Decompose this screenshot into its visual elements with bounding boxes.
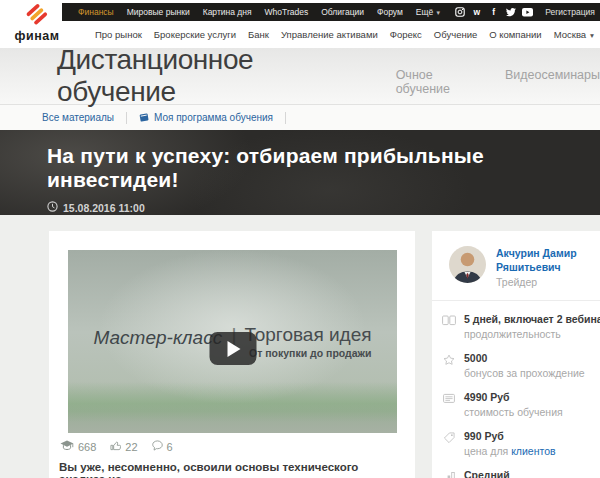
course-title: На пути к успеху: отбираем прибыльные ин… [47, 144, 600, 192]
star-icon [441, 352, 456, 379]
link-all-materials[interactable]: Все материалы [42, 112, 114, 123]
chevron-down-icon: ▼ [435, 10, 441, 16]
course-datetime: 15.08.2016 11:00 [47, 201, 600, 214]
stat-bonus: 5000 бонусов за прохождение [441, 352, 596, 379]
main-nav-brokerskie-uslugi[interactable]: Брокерские услуги [154, 29, 236, 40]
thumbs-up-icon [110, 440, 121, 453]
link-videoseminary[interactable]: Видеосеминары [505, 68, 600, 96]
author-name-link[interactable]: Акчурин Дамир Ряшитьевич [496, 246, 592, 274]
comments-button[interactable]: 6 [152, 440, 173, 453]
main-nav-upravlenie-aktivami[interactable]: Управление активами [281, 29, 378, 40]
header: финам Финансы Мировые рынки Картина дня … [0, 0, 600, 48]
link-ochnoe-obuchenie[interactable]: Очное обучение [396, 68, 487, 96]
main-nav-bar: Про рынок Брокерские услуги Банк Управле… [62, 21, 600, 48]
city-selector[interactable]: Москва ▼ [554, 29, 596, 40]
main-nav-foreks[interactable]: Форекс [390, 29, 422, 40]
likes-button[interactable]: 22 [110, 440, 137, 453]
divider [285, 112, 286, 124]
views-stat: 668 [60, 440, 96, 453]
page-title: Дистанционное обучение [57, 44, 374, 108]
course-info-card: Акчурин Дамир Ряшитьевич Трейдер 5 дней,… [432, 231, 600, 478]
clock-icon [47, 201, 58, 214]
subnav-bar: Все материалы Моя программа обучения [0, 105, 600, 130]
play-icon [228, 341, 241, 357]
link-my-program[interactable]: Моя программа обучения [139, 112, 273, 124]
avatar[interactable] [449, 246, 486, 283]
video-stats: 668 22 6 [60, 440, 173, 453]
top-nav-finansy[interactable]: Финансы [78, 7, 114, 17]
finam-logo-icon [25, 13, 50, 30]
course-banner: На пути к успеху: отбираем прибыльные ин… [0, 130, 600, 215]
graduation-cap-icon [60, 440, 74, 453]
book-icon [139, 112, 149, 124]
facebook-icon[interactable]: f [488, 7, 499, 17]
stat-level: Средний уровень [441, 469, 596, 478]
play-button[interactable] [209, 332, 256, 365]
top-social-group: w f Регистрация [454, 7, 595, 17]
clients-link[interactable]: клиентов [511, 445, 555, 457]
divider [126, 112, 127, 124]
comment-icon [152, 440, 163, 453]
video-player[interactable]: Мастер-класс | Торговая идея От покупки … [68, 250, 397, 433]
top-nav-mirovye-rynki[interactable]: Мировые рынки [127, 7, 190, 17]
author-role: Трейдер [496, 276, 592, 288]
top-nav-obligacii[interactable]: Облигации [321, 7, 364, 17]
chevron-down-icon: ▼ [589, 32, 595, 39]
article-intro-text: Вы уже, несомненно, освоили основы техни… [59, 461, 405, 478]
main-nav-bank[interactable]: Банк [248, 29, 269, 40]
top-nav-bar: Финансы Мировые рынки Картина дня WhoTra… [62, 3, 600, 21]
tag-icon [441, 430, 456, 457]
main-nav-obuchenie[interactable]: Обучение [434, 29, 477, 40]
main-nav-o-kompanii[interactable]: О компании [489, 29, 541, 40]
content-area: Мастер-класс | Торговая идея От покупки … [0, 215, 600, 478]
video-caption-left: Мастер-класс [93, 327, 222, 349]
article-card: Мастер-класс | Торговая идея От покупки … [49, 231, 415, 478]
top-nav-whotrades[interactable]: WhoTrades [265, 7, 309, 17]
author-block: Акчурин Дамир Ряшитьевич Трейдер [432, 231, 600, 288]
instagram-icon[interactable] [454, 7, 465, 17]
stat-price: 4990 Руб стоимость обучения [441, 391, 596, 418]
top-nav-kartina-dnya[interactable]: Картина дня [203, 7, 252, 17]
main-nav-pro-rynok[interactable]: Про рынок [95, 29, 142, 40]
course-stats: 5 дней, включает 2 вебинара продолжитель… [432, 301, 600, 478]
calendar-icon [441, 313, 456, 340]
youtube-icon[interactable] [522, 7, 533, 17]
page-title-band: Дистанционное обучение Очное обучение Ви… [0, 48, 600, 105]
finam-logo[interactable]: финам [12, 3, 62, 43]
vk-icon[interactable]: w [471, 7, 482, 17]
banknote-icon [441, 391, 456, 418]
video-caption-subtitle: От покупки до продажи [249, 347, 371, 359]
stat-client-price: 990 Руб цена для клиентов [441, 430, 596, 457]
register-link[interactable]: Регистрация [545, 7, 595, 17]
twitter-icon[interactable] [505, 7, 516, 17]
video-caption-title: Торговая идея [245, 324, 372, 346]
finam-logo-text: финам [12, 29, 62, 43]
top-nav-more[interactable]: Ещё▼ [416, 7, 441, 17]
level-bars-icon [441, 469, 456, 478]
stat-duration: 5 дней, включает 2 вебинара продолжитель… [441, 313, 596, 340]
top-nav-forum[interactable]: Форум [377, 7, 403, 17]
